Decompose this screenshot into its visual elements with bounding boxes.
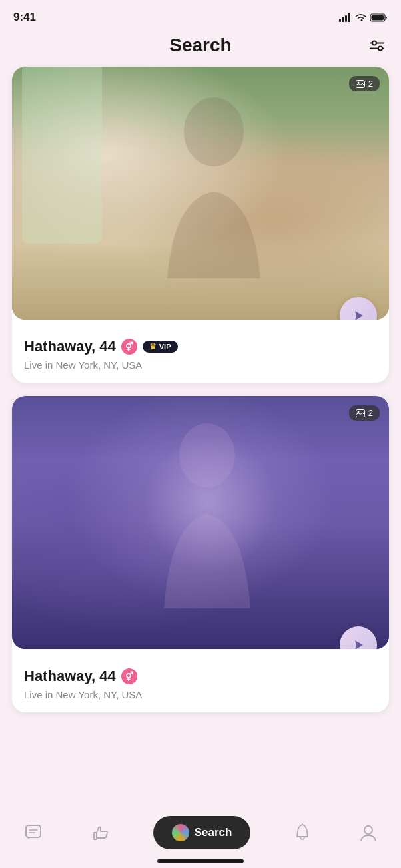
like-icon [91, 823, 110, 842]
photo-count-2: 2 [368, 408, 373, 418]
status-icons [339, 13, 388, 22]
page-title: Search [169, 35, 231, 56]
profile-card-1: 2 Hathaway, 44 ⚥ ♛ VIP Live in New [12, 67, 389, 383]
nav-notification-button[interactable] [288, 818, 316, 847]
card-info-2: Hathaway, 44 ⚥ Live in New York, NY, USA [12, 649, 389, 712]
wifi-icon [355, 13, 366, 22]
profile-card-2: 2 Hathaway, 44 ⚥ Live in New York, NY, U… [12, 396, 389, 712]
status-bar: 9:41 [0, 0, 401, 29]
card-name-row-1: Hathaway, 44 ⚥ ♛ VIP [24, 338, 377, 355]
send-icon-1 [351, 308, 366, 320]
card-info-1: Hathaway, 44 ⚥ ♛ VIP Live in New York, N… [12, 320, 389, 383]
svg-point-20 [364, 826, 372, 834]
photo-count-1: 2 [368, 79, 373, 89]
svg-rect-2 [345, 15, 347, 22]
bell-icon [294, 823, 311, 842]
card-image-wrap-1[interactable]: 2 [12, 67, 389, 320]
profile-photo-2 [12, 396, 389, 649]
profile-cards-container: 2 Hathaway, 44 ⚥ ♛ VIP Live in New [0, 67, 401, 712]
vip-badge-1: ♛ VIP [143, 341, 178, 353]
card-image-wrap-2[interactable]: 2 [12, 396, 389, 649]
photo-count-badge-1: 2 [349, 76, 380, 91]
svg-rect-0 [339, 19, 341, 22]
svg-point-8 [372, 41, 376, 45]
photo-count-badge-2: 2 [349, 405, 380, 421]
image-icon-1 [356, 80, 365, 88]
card-location-2: Live in New York, NY, USA [24, 689, 377, 700]
battery-icon [370, 13, 388, 22]
signal-icon [339, 13, 351, 22]
gender-symbol-2: ⚥ [125, 672, 133, 682]
filter-icon [369, 40, 388, 55]
card-name-row-2: Hathaway, 44 ⚥ [24, 668, 377, 685]
filter-button[interactable] [369, 40, 388, 57]
send-icon-2 [351, 638, 366, 649]
nav-search-button[interactable]: Search [153, 816, 251, 849]
profile-icon [360, 823, 377, 842]
svg-rect-1 [342, 17, 344, 22]
chat-icon [24, 823, 43, 842]
nav-search-label: Search [195, 826, 232, 839]
search-orb-icon [172, 824, 189, 841]
crown-icon-1: ♛ [149, 342, 157, 351]
card-name-2: Hathaway, 44 [24, 668, 116, 685]
page-header: Search [0, 29, 401, 67]
nav-like-button[interactable] [86, 818, 115, 847]
svg-point-13 [179, 423, 235, 487]
svg-point-9 [378, 47, 382, 51]
status-time: 9:41 [13, 11, 36, 24]
card-location-1: Live in New York, NY, USA [24, 359, 377, 371]
svg-point-10 [184, 97, 244, 166]
nav-profile-button[interactable] [354, 818, 382, 847]
gender-symbol-1: ⚥ [125, 342, 133, 352]
svg-rect-3 [348, 13, 350, 22]
home-indicator [157, 859, 244, 863]
card-name-1: Hathaway, 44 [24, 338, 116, 355]
vip-label-1: VIP [159, 343, 171, 351]
image-icon-2 [356, 409, 365, 417]
profile-photo-1 [12, 67, 389, 320]
gender-badge-1: ⚥ [121, 339, 137, 355]
nav-chat-button[interactable] [19, 818, 48, 847]
svg-rect-16 [26, 825, 41, 837]
gender-badge-2: ⚥ [121, 668, 137, 684]
svg-rect-5 [372, 15, 384, 20]
